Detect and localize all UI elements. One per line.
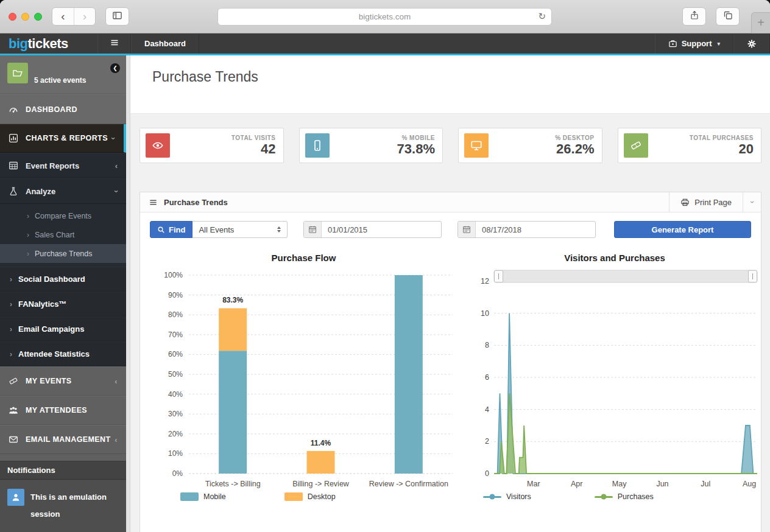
chevron-left-icon: ‹ — [115, 377, 118, 385]
chevron-left-icon: ‹ — [115, 162, 118, 170]
sidebar-item-social-dashboard[interactable]: ›Social Dashboard — [0, 267, 126, 292]
y-axis-tick-label: 8 — [485, 341, 489, 349]
legend-item-mobile[interactable]: Mobile — [180, 492, 226, 501]
bar-chart-icon — [9, 133, 18, 143]
panel-header: Purchase Trends Print Page › — [140, 192, 761, 212]
sidebar-item-attendee-statistics[interactable]: ›Attendee Statistics — [0, 341, 126, 366]
sidebar-item-charts-reports[interactable]: CHARTS & REPORTS› — [0, 124, 126, 153]
reload-icon[interactable]: ↻ — [538, 11, 546, 22]
sidebar-item-email-management[interactable]: EMAIL MANAGEMENT‹ — [0, 425, 126, 454]
notification-item[interactable]: This is an emulation session — [0, 480, 126, 532]
support-menu[interactable]: Support ▾ — [655, 33, 733, 54]
date-to-input[interactable] — [476, 222, 595, 237]
legend-item-purchases[interactable]: Purchases — [595, 492, 654, 501]
legend-item-visitors[interactable]: Visitors — [483, 492, 531, 501]
sidebar-item-fanalytics[interactable]: ›FANalytics™ — [0, 292, 126, 317]
stat-card--desktop: % DESKTOP26.2% — [458, 128, 602, 163]
sidebar-collapse-button[interactable] — [97, 33, 131, 54]
active-events-label: 5 active events — [34, 76, 86, 85]
maximize-window-button[interactable] — [34, 13, 42, 21]
calendar-icon — [304, 222, 322, 237]
sidebar-item-label: Purchase Trends — [35, 250, 93, 258]
support-caret-icon: ▾ — [717, 41, 720, 47]
generate-report-label: Generate Report — [652, 225, 714, 234]
sidebar-collapse-circle-button[interactable]: ❮ — [110, 63, 120, 73]
event-select[interactable]: All Events — [192, 221, 288, 238]
y-axis-tick-label: 6 — [485, 373, 489, 382]
chevron-left-icon: ‹ — [115, 436, 118, 444]
find-button[interactable]: Find — [150, 221, 192, 238]
address-bar[interactable]: bigtickets.com ↻ — [217, 8, 552, 26]
area-fill-purchases — [494, 393, 757, 474]
stat-label: % DESKTOP — [555, 135, 594, 141]
main-content: Purchase Trends TOTAL VISITS42% MOBILE73… — [130, 55, 770, 532]
x-axis-month-label: Apr — [571, 480, 582, 488]
tabs-icon — [723, 10, 733, 23]
y-axis-tick-label: 40% — [168, 390, 183, 399]
stat-text: TOTAL VISITS42 — [231, 135, 276, 156]
ticket-icon — [624, 133, 648, 158]
y-axis-tick-label: 90% — [168, 291, 183, 299]
visitors-purchases-plot: 024681012MarAprMayJunJulAug — [466, 263, 761, 491]
ticket-icon — [9, 376, 18, 386]
stat-text: % DESKTOP26.2% — [555, 135, 594, 156]
y-axis-tick-label: 30% — [168, 410, 183, 418]
panel-options-dropdown[interactable]: › — [743, 192, 761, 212]
notifications-header: Notifications — [0, 461, 126, 480]
forward-button[interactable]: › — [74, 8, 95, 25]
zoom-range-slider-track[interactable] — [494, 270, 757, 282]
y-axis-tick-label: 10% — [168, 449, 183, 458]
bar-segment-desktop — [219, 308, 247, 351]
x-axis-category-label: Billing -> Review — [292, 480, 350, 488]
y-axis-tick-label: 0 — [485, 469, 489, 478]
minimize-window-button[interactable] — [21, 13, 29, 21]
sidebar-toggle-button[interactable] — [105, 7, 129, 26]
sidebar-item-email-campaigns[interactable]: ›Email Campaigns — [0, 317, 126, 341]
legend-label: Desktop — [308, 492, 336, 501]
close-window-button[interactable] — [9, 13, 16, 21]
y-axis-tick-label: 100% — [164, 271, 183, 279]
sidebar-item-analyze[interactable]: Analyze› — [0, 178, 126, 204]
chart-title: Visitors and Purchases — [466, 253, 761, 263]
share-button[interactable] — [682, 7, 706, 26]
panel-menu-icon[interactable] — [149, 198, 158, 207]
sidebar-item-label: Analyze — [26, 187, 55, 196]
print-page-button[interactable]: Print Page — [669, 192, 743, 212]
chevron-down-icon: › — [112, 135, 115, 142]
sidebar-item-event-reports[interactable]: Event Reports‹ — [0, 153, 126, 178]
sidebar-scrollbar-gutter[interactable] — [126, 55, 130, 532]
generate-report-button[interactable]: Generate Report — [614, 221, 751, 238]
sidebar-item-label: FANalytics™ — [18, 299, 66, 309]
chevron-right-icon: › — [10, 325, 12, 334]
stat-value: 73.8% — [397, 142, 435, 156]
legend-label: Mobile — [203, 492, 226, 501]
sidebar-item-label: Event Reports — [26, 161, 79, 170]
sidebar-item-my-events[interactable]: MY EVENTS‹ — [0, 366, 126, 396]
settings-menu[interactable] — [733, 33, 770, 54]
sidebar-item-dashboard[interactable]: DASHBOARD — [0, 94, 126, 124]
date-from-field — [303, 221, 442, 238]
sidebar-item-my-attendees[interactable]: MY ATTENDEES — [0, 396, 126, 425]
bar-value-label: 11.4% — [311, 439, 331, 447]
browser-chrome: ‹ › bigtickets.com ↻ + — [0, 0, 770, 33]
print-page-label: Print Page — [694, 198, 732, 207]
tab-overview-button[interactable] — [716, 7, 740, 26]
select-arrows-icon — [277, 226, 281, 233]
sidebar-item-label: MY EVENTS — [26, 377, 72, 385]
sidebar-active-events[interactable]: 5 active events❮ — [0, 55, 126, 94]
legend-item-desktop[interactable]: Desktop — [284, 492, 336, 501]
chevron-right-icon: › — [10, 350, 12, 359]
new-tab-button[interactable]: + — [751, 12, 770, 33]
back-button[interactable]: ‹ — [52, 8, 74, 25]
sidebar-item-purchase-trends[interactable]: ›Purchase Trends — [0, 244, 126, 263]
legend-swatch — [180, 492, 199, 501]
sidebar-item-compare-events[interactable]: ›Compare Events — [0, 206, 126, 225]
support-briefcase-icon — [668, 39, 677, 48]
bigtickets-logo[interactable]: bigtickets — [0, 33, 97, 54]
date-from-input[interactable] — [322, 222, 441, 237]
nav-item-dashboard[interactable]: Dashboard — [131, 33, 199, 54]
app-navbar: bigtickets Dashboard Support ▾ — [0, 33, 770, 54]
chart-title: Purchase Flow — [150, 253, 457, 263]
logo-big: big — [9, 36, 28, 52]
sidebar-item-sales-chart[interactable]: ›Sales Chart — [0, 225, 126, 244]
